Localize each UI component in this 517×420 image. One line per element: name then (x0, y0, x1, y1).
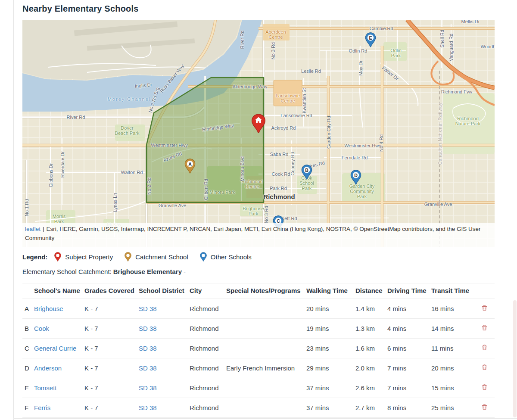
row-driving-time: 8 mins (387, 398, 431, 418)
column-header-3: City (190, 283, 226, 299)
row-distance: 2.0 km (355, 358, 387, 378)
school-district-link[interactable]: SD 38 (139, 305, 157, 312)
schools-table-container: School's NameGrades CoveredSchool Distri… (22, 283, 495, 418)
column-header-6: Distance (355, 283, 387, 299)
map-marker-A[interactable]: A (184, 159, 196, 176)
row-notes (226, 398, 306, 418)
delete-row-button[interactable] (481, 364, 488, 370)
table-row-A: A Brighouse K - 7 SD 38 Richmond 20 mins… (22, 299, 495, 319)
table-row-F: F Ferris K - 7 SD 38 Richmond 37 mins 2.… (22, 398, 495, 418)
trash-icon (481, 344, 488, 351)
row-walking-time: 37 mins (306, 398, 355, 418)
row-letter: F (22, 398, 34, 418)
column-header-1: Grades Covered (84, 283, 139, 299)
map-markers-layer: A B C D E (22, 20, 495, 247)
row-city: Richmond (190, 319, 226, 339)
column-header-8: Transit Time (431, 283, 481, 299)
legend-item-subject: Subject Property (54, 252, 113, 262)
row-driving-time: 4 mins (387, 299, 431, 319)
row-city: Richmond (190, 378, 226, 398)
row-transit-time: 25 mins (431, 398, 481, 418)
row-driving-time: 7 mins (387, 378, 431, 398)
column-header-0: School's Name (34, 283, 84, 299)
map-marker-D[interactable]: D (350, 170, 361, 187)
legend-title: Legend: (22, 253, 47, 261)
school-name-link[interactable]: Brighouse (34, 305, 63, 312)
legend-pin-icon (125, 252, 131, 262)
row-transit-time: 20 mins (431, 358, 481, 378)
row-distance: 1.4 km (355, 299, 387, 319)
scrollbar-thumb[interactable] (513, 300, 517, 417)
school-district-link[interactable]: SD 38 (139, 384, 157, 392)
attribution-credits: Esri, HERE, Garmin, USGS, Intermap, INCR… (25, 226, 481, 241)
table-row-C: C General Currie K - 7 SD 38 Richmond 23… (22, 339, 495, 358)
delete-row-button[interactable] (481, 384, 488, 390)
schools-table: School's NameGrades CoveredSchool Distri… (22, 283, 495, 418)
row-transit-time: 14 mins (431, 319, 481, 339)
table-row-B: B Cook K - 7 SD 38 Richmond 19 mins 1.3 … (22, 319, 495, 339)
delete-row-button[interactable] (481, 305, 488, 311)
map-marker-E[interactable]: E (365, 32, 376, 50)
map-attribution: leaflet|Esri, HERE, Garmin, USGS, Interm… (22, 223, 495, 247)
school-district-link[interactable]: SD 38 (139, 345, 157, 352)
catchment-suffix: - (184, 268, 186, 275)
row-transit-time: 16 mins (431, 299, 481, 319)
school-name-link[interactable]: Tomsett (34, 384, 57, 392)
legend-pin-icon (200, 252, 207, 262)
card-bottom-border (13, 418, 517, 419)
leaflet-link[interactable]: leaflet (25, 226, 40, 232)
page-title: Nearby Elementary Schools (22, 4, 139, 14)
school-name-link[interactable]: General Currie (34, 345, 76, 352)
row-walking-time: 20 mins (306, 299, 355, 319)
delete-row-button[interactable] (481, 404, 488, 410)
row-grades: K - 7 (84, 378, 139, 398)
legend-item-other: Other Schools (200, 252, 252, 262)
card-left-border (13, 0, 14, 420)
row-driving-time: 7 mins (387, 358, 431, 378)
catchment-prefix: Elementary School Catchment: (22, 268, 112, 275)
row-letter: D (22, 358, 34, 378)
school-district-link[interactable]: SD 38 (139, 325, 157, 332)
row-distance: 1.6 km (355, 339, 387, 358)
row-transit-time: 15 mins (431, 378, 481, 398)
row-letter: A (22, 299, 34, 319)
legend-item-label: Subject Property (65, 253, 113, 261)
row-distance: 2.6 km (355, 378, 387, 398)
row-walking-time: 29 mins (306, 358, 355, 378)
row-notes (226, 378, 306, 398)
school-district-link[interactable]: SD 38 (139, 364, 157, 372)
leaflet-map[interactable]: Cambie RdOdlin RdOdlin ParkLeslie RdAber… (22, 20, 495, 247)
legend-item-catchment: Catchment School (125, 252, 188, 262)
school-district-link[interactable]: SD 38 (139, 404, 157, 411)
delete-row-button[interactable] (481, 324, 488, 331)
school-name-link[interactable]: Cook (34, 325, 49, 332)
row-walking-time: 19 mins (306, 319, 355, 339)
legend: Legend: Subject Property Catchment Schoo… (22, 251, 263, 263)
row-distance: 1.3 km (355, 319, 387, 339)
row-notes (226, 339, 306, 358)
column-header-4: Special Notes/Programs (226, 283, 306, 299)
row-grades: K - 7 (84, 339, 139, 358)
row-letter: E (22, 378, 34, 398)
row-city: Richmond (190, 358, 226, 378)
row-letter: C (22, 339, 34, 358)
row-city: Richmond (190, 339, 226, 358)
row-walking-time: 23 mins (306, 339, 355, 358)
row-city: Richmond (190, 299, 226, 319)
map-marker-subject-property[interactable] (251, 114, 266, 136)
row-driving-time: 4 mins (387, 319, 431, 339)
svg-text:D: D (354, 173, 358, 178)
column-header-7: Driving Time (387, 283, 431, 299)
column-header-2: School District (139, 283, 190, 299)
trash-icon (481, 305, 488, 311)
legend-item-label: Catchment School (135, 253, 188, 261)
row-distance: 2.7 km (355, 398, 387, 418)
row-grades: K - 7 (84, 299, 139, 319)
school-name-link[interactable]: Ferris (34, 404, 50, 411)
row-letter: B (22, 319, 34, 339)
map-marker-B[interactable]: B (301, 165, 312, 182)
row-grades: K - 7 (84, 398, 139, 418)
school-name-link[interactable]: Anderson (34, 364, 62, 372)
delete-row-button[interactable] (481, 344, 488, 351)
attribution-separator: | (43, 226, 44, 232)
